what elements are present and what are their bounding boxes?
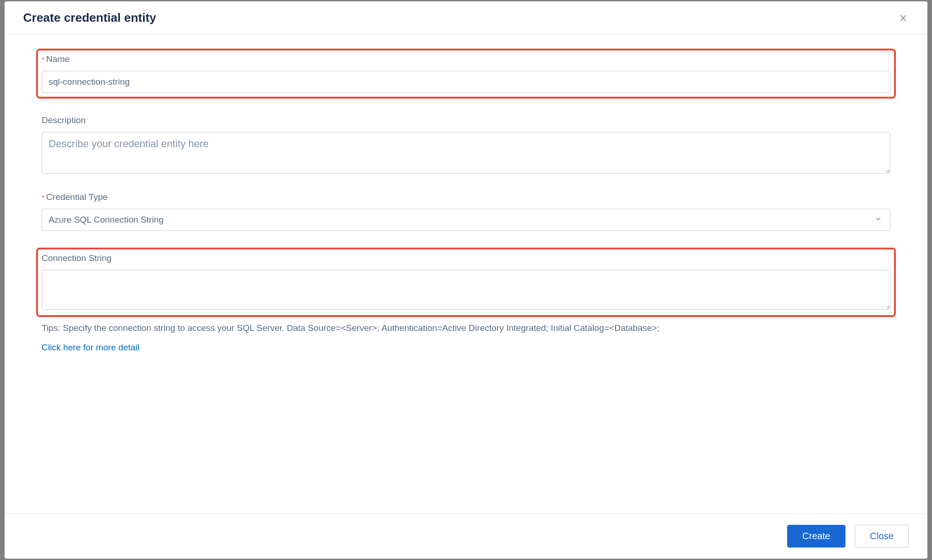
create-button[interactable]: Create <box>787 525 845 548</box>
name-label-text: Name <box>46 54 70 64</box>
more-detail-link[interactable]: Click here for more detail <box>42 342 139 353</box>
tips-text: Tips: Specify the connection string to a… <box>42 322 890 335</box>
required-asterisk: * <box>42 193 44 201</box>
create-credential-modal: Create credential entity *Name Descripti… <box>5 1 927 559</box>
credential-type-select[interactable]: Azure SQL Connection String <box>42 209 890 231</box>
required-asterisk: * <box>42 56 44 63</box>
modal-header: Create credential entity <box>5 1 927 35</box>
modal-body: *Name Description *Credential Type Azure… <box>5 35 927 513</box>
connection-string-field-group: Connection String <box>36 248 896 317</box>
close-button[interactable]: Close <box>855 525 909 548</box>
connection-string-label: Connection String <box>42 253 890 263</box>
modal-title: Create credential entity <box>23 11 156 25</box>
credential-type-field-group: *Credential Type Azure SQL Connection St… <box>42 192 890 231</box>
connection-string-textarea[interactable] <box>42 270 890 310</box>
name-field-group: *Name <box>36 49 896 99</box>
name-input[interactable] <box>42 71 890 93</box>
description-textarea[interactable] <box>42 132 890 174</box>
close-icon[interactable] <box>898 12 909 24</box>
modal-footer: Create Close <box>5 513 927 559</box>
name-label: *Name <box>42 54 890 64</box>
credential-type-label: *Credential Type <box>42 192 890 202</box>
description-label: Description <box>42 115 890 125</box>
credential-type-label-text: Credential Type <box>46 192 108 202</box>
description-field-group: Description <box>42 115 890 175</box>
credential-type-select-wrapper: Azure SQL Connection String <box>42 209 890 231</box>
